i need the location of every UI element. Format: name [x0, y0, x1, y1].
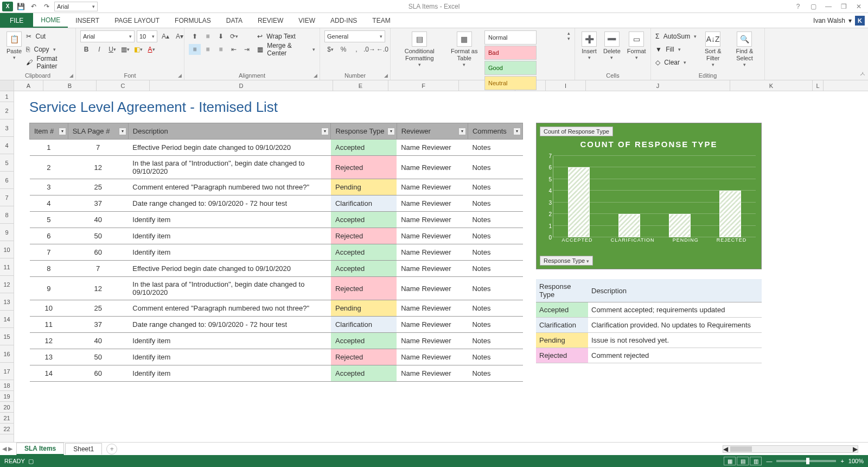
- table-row[interactable]: 325Comment entered "Paragraph numbered t…: [30, 179, 523, 195]
- table-cell[interactable]: 9: [30, 277, 68, 300]
- table-cell[interactable]: Rejected: [331, 277, 397, 300]
- table-row[interactable]: 540Identify itemAcceptedName ReviewerNot…: [30, 212, 523, 228]
- tab-insert[interactable]: INSERT: [68, 13, 107, 28]
- table-cell[interactable]: 11: [30, 317, 68, 333]
- style-bad[interactable]: Bad: [484, 46, 537, 60]
- shrink-font-icon[interactable]: A▾: [174, 31, 186, 42]
- row-header[interactable]: 6: [0, 172, 14, 189]
- horizontal-scrollbar[interactable]: ◀▶: [723, 445, 858, 453]
- table-cell[interactable]: Accepted: [331, 365, 397, 382]
- table-cell[interactable]: Identify item: [128, 349, 331, 365]
- row-header[interactable]: 17: [0, 363, 14, 380]
- comma-icon[interactable]: ,: [350, 44, 362, 55]
- align-right-icon[interactable]: ≡: [215, 44, 227, 55]
- table-cell[interactable]: Name Reviewer: [397, 179, 468, 195]
- font-name-combo[interactable]: Arial▾: [80, 30, 135, 42]
- row-header[interactable]: 19: [0, 391, 14, 402]
- increase-indent-icon[interactable]: ⇥: [241, 44, 253, 55]
- user-account[interactable]: Ivan Walsh ▾ K: [813, 13, 868, 28]
- conditional-formatting-button[interactable]: ▤Conditional Formatting▾: [395, 30, 444, 69]
- cell-styles-gallery[interactable]: Normal Bad Good Neutral: [484, 30, 565, 90]
- minimize-icon[interactable]: —: [822, 2, 834, 11]
- tab-team[interactable]: TEAM: [365, 13, 398, 28]
- table-cell[interactable]: Rejected: [331, 349, 397, 365]
- zoom-slider[interactable]: [776, 460, 836, 462]
- column-header[interactable]: D: [150, 80, 333, 91]
- table-cell[interactable]: Name Reviewer: [397, 333, 468, 349]
- table-cell[interactable]: Notes: [468, 365, 522, 382]
- table-row[interactable]: 1350Identify itemRejectedName ReviewerNo…: [30, 349, 523, 365]
- zoom-out-icon[interactable]: —: [766, 458, 772, 464]
- chart-axis-tag[interactable]: Response Type ▾: [540, 256, 593, 266]
- table-header[interactable]: Response Type▾: [331, 123, 397, 140]
- chart-bar[interactable]: [618, 214, 640, 237]
- table-cell[interactable]: 12: [30, 333, 68, 349]
- select-all-button[interactable]: [0, 80, 14, 91]
- delete-button[interactable]: ➖Delete▾: [601, 30, 623, 62]
- table-header[interactable]: Comments▾: [468, 123, 522, 140]
- increase-decimal-icon[interactable]: .0→: [363, 44, 375, 55]
- row-header[interactable]: 22: [0, 424, 14, 434]
- column-header[interactable]: E: [333, 80, 388, 91]
- row-header[interactable]: 8: [0, 206, 14, 224]
- row-header[interactable]: 11: [0, 258, 14, 276]
- table-cell[interactable]: Name Reviewer: [397, 244, 468, 261]
- table-row[interactable]: 1025Comment entered "Paragraph numbered …: [30, 300, 523, 317]
- table-cell[interactable]: Accepted: [331, 244, 397, 261]
- cell-grid[interactable]: Service Level Agreement - Itemised List …: [14, 91, 868, 442]
- table-cell[interactable]: 1: [30, 140, 68, 156]
- table-cell[interactable]: 25: [68, 300, 128, 317]
- table-cell[interactable]: In the last para of "Introduction", begi…: [128, 277, 331, 300]
- column-header[interactable]: C: [97, 80, 150, 91]
- table-cell[interactable]: Name Reviewer: [397, 140, 468, 156]
- zoom-in-icon[interactable]: +: [840, 458, 844, 464]
- row-header[interactable]: 16: [0, 345, 14, 363]
- table-cell[interactable]: 3: [30, 179, 68, 195]
- table-cell[interactable]: Comment entered "Paragraph numbered two …: [128, 300, 331, 317]
- normal-view-icon[interactable]: ▦: [724, 457, 736, 465]
- collapse-ribbon-icon[interactable]: ㅅ: [859, 70, 866, 79]
- cut-button[interactable]: ✂ Cut: [26, 30, 71, 42]
- styles-more-icon[interactable]: ▴▾: [567, 30, 570, 41]
- close-icon[interactable]: ✕: [853, 2, 865, 11]
- clipboard-launcher-icon[interactable]: ◢: [68, 72, 74, 79]
- sheet-tab-sheet1[interactable]: Sheet1: [65, 443, 102, 455]
- table-cell[interactable]: Accepted: [331, 261, 397, 277]
- new-sheet-button[interactable]: +: [106, 444, 117, 455]
- align-middle-icon[interactable]: ≡: [202, 31, 214, 42]
- row-header[interactable]: 4: [0, 137, 14, 154]
- table-row[interactable]: 760Identify itemAcceptedName ReviewerNot…: [30, 244, 523, 261]
- table-cell[interactable]: Identify item: [128, 244, 331, 261]
- column-header[interactable]: A: [14, 80, 43, 91]
- find-select-button[interactable]: 🔍Find & Select▾: [729, 30, 760, 69]
- table-cell[interactable]: Name Reviewer: [397, 156, 468, 179]
- table-cell[interactable]: 12: [68, 156, 128, 179]
- table-cell[interactable]: Name Reviewer: [397, 317, 468, 333]
- table-row[interactable]: 1240Identify itemAcceptedName ReviewerNo…: [30, 333, 523, 349]
- table-cell[interactable]: Notes: [468, 317, 522, 333]
- table-cell[interactable]: Identify item: [128, 365, 331, 382]
- font-size-combo[interactable]: 10▾: [137, 30, 157, 42]
- decrease-decimal-icon[interactable]: ←.0: [376, 44, 388, 55]
- table-cell[interactable]: Notes: [468, 333, 522, 349]
- font-color-button[interactable]: A▾: [145, 44, 157, 55]
- style-good[interactable]: Good: [484, 61, 537, 75]
- filter-dropdown-icon[interactable]: ▾: [119, 128, 126, 135]
- tab-home[interactable]: HOME: [33, 13, 68, 28]
- align-bottom-icon[interactable]: ⬇: [215, 31, 227, 42]
- help-icon[interactable]: ?: [792, 2, 804, 11]
- tab-review[interactable]: REVIEW: [250, 13, 291, 28]
- chart-field-tag[interactable]: Count of Response Type: [540, 127, 613, 136]
- row-header[interactable]: 12: [0, 276, 14, 293]
- restore-icon[interactable]: ❐: [838, 2, 850, 11]
- row-header[interactable]: 20: [0, 402, 14, 413]
- table-cell[interactable]: Rejected: [331, 228, 397, 244]
- table-cell[interactable]: 2: [30, 156, 68, 179]
- table-cell[interactable]: 37: [68, 195, 128, 212]
- table-cell[interactable]: 7: [30, 244, 68, 261]
- filter-dropdown-icon[interactable]: ▾: [59, 128, 66, 135]
- number-format-combo[interactable]: General▾: [324, 30, 385, 42]
- row-header[interactable]: 13: [0, 293, 14, 311]
- table-cell[interactable]: Identify item: [128, 212, 331, 228]
- table-cell[interactable]: 40: [68, 212, 128, 228]
